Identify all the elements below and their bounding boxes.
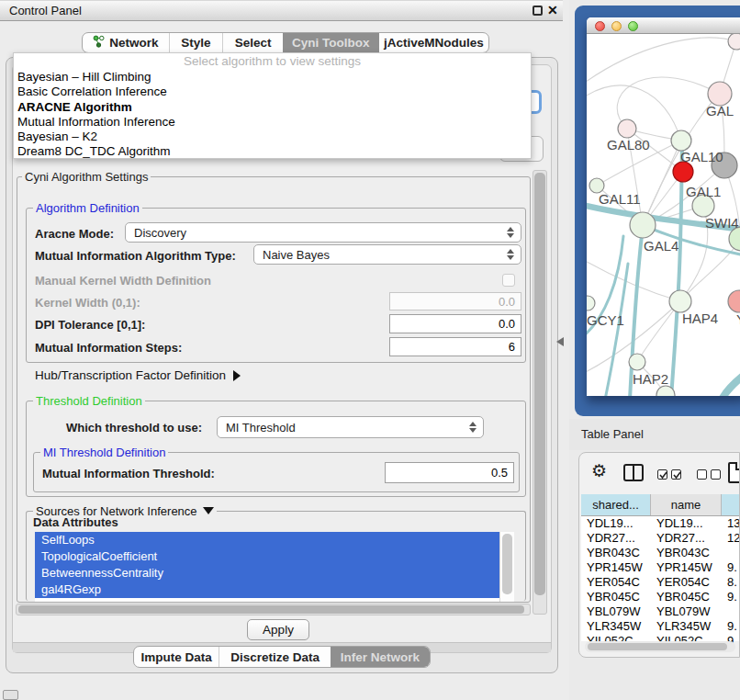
network-node[interactable] <box>629 354 645 370</box>
table-row[interactable]: YLR345WYLR345W9. <box>581 619 740 634</box>
tab-discretize-data[interactable]: Discretize Data <box>219 647 330 667</box>
network-node[interactable] <box>630 212 656 238</box>
sources-title: Sources for Network Inference <box>36 504 197 518</box>
collapse-arrow-icon[interactable] <box>203 507 214 514</box>
network-canvas[interactable]: GALGAL80GAL10GAL1GAL11GAL4SWI4HAP4YGCY1H… <box>587 34 740 396</box>
aracne-mode-value: Discovery <box>134 226 186 240</box>
close-traffic-light-icon[interactable] <box>595 21 605 31</box>
collapsed-panel-icon[interactable] <box>3 690 18 700</box>
sources-toggle[interactable]: Sources for Network Inference <box>33 504 217 518</box>
mi-steps-field[interactable]: 6 <box>389 337 521 356</box>
table-cell: YPR145W <box>581 560 651 575</box>
mi-threshold-field[interactable]: 0.5 <box>385 462 514 483</box>
network-node[interactable] <box>618 119 636 138</box>
column-header-name[interactable]: name <box>651 494 722 515</box>
table-row[interactable]: YBR043CYBR043C <box>581 546 740 560</box>
column-header-shared-name[interactable]: shared... <box>581 494 651 515</box>
checked-checkbox-icon[interactable] <box>671 469 681 480</box>
cyni-algorithm-settings-title: Cyni Algorithm Settings <box>22 170 151 184</box>
table-panel-titlebar[interactable]: Table Panel <box>569 419 740 450</box>
table-horizontal-scrollbar[interactable] <box>585 641 735 652</box>
algorithm-option[interactable]: Mutual Information Inference <box>14 115 531 130</box>
table-cell: YPR145W <box>651 560 722 575</box>
algorithm-definition-title: Algorithm Definition <box>33 201 142 215</box>
close-icon[interactable]: ✕ <box>547 3 558 17</box>
attribute-list-item[interactable]: BetweennessCentrality <box>35 565 499 581</box>
column-split-icon[interactable] <box>623 464 644 481</box>
network-node[interactable] <box>728 34 740 50</box>
tab-discretize-data-label: Discretize Data <box>230 650 320 664</box>
table-row[interactable]: YDR27...YDR27...12 <box>581 531 740 546</box>
checked-checkbox-icon[interactable] <box>657 469 667 480</box>
column-header-third[interactable]: A <box>722 494 740 515</box>
aracne-mode-combo[interactable]: Discovery <box>125 222 521 243</box>
network-node-label: GAL11 <box>599 191 641 207</box>
table-cell: YBR045C <box>581 590 651 604</box>
tab-style-label: Style <box>181 36 210 50</box>
hub-definition-toggle[interactable]: Hub/Transcription Factor Definition <box>35 368 241 382</box>
algorithm-option[interactable]: Bayesian – Hill Climbing <box>14 70 531 85</box>
algorithm-option[interactable]: Bayesian – K2 <box>14 130 531 144</box>
dpi-tolerance-field[interactable]: 0.0 <box>389 314 521 333</box>
tab-jactivemnodules[interactable]: jActiveMNodules <box>379 33 488 52</box>
network-node[interactable] <box>671 130 691 151</box>
combo-stepper-icon <box>469 422 477 433</box>
tab-select-label: Select <box>235 36 272 50</box>
table-row[interactable]: YDL19...YDL19...13 <box>581 516 740 531</box>
tab-select[interactable]: Select <box>222 33 283 52</box>
attributes-scrollbar[interactable] <box>499 532 514 602</box>
gear-icon[interactable]: ⚙ <box>591 460 607 481</box>
algorithm-option[interactable]: Dream8 DC_TDC Algorithm <box>14 144 531 159</box>
tab-infer-network[interactable]: Infer Network <box>331 647 430 667</box>
network-window-titlebar[interactable] <box>587 17 740 34</box>
tab-jactivemnodules-label: jActiveMNodules <box>384 36 484 50</box>
network-node[interactable] <box>673 162 693 182</box>
network-node[interactable] <box>728 290 740 312</box>
network-node-label: HAP4 <box>682 310 718 326</box>
page-icon[interactable] <box>728 462 740 483</box>
attribute-list-item[interactable]: TopologicalCoefficient <box>35 548 499 565</box>
dpi-tolerance-value: 0.0 <box>499 317 515 331</box>
control-panel-titlebar[interactable]: Control Panel ✕ <box>0 0 563 21</box>
tab-impute-data[interactable]: Impute Data <box>134 647 219 667</box>
panel-divider-arrow-icon[interactable] <box>556 337 564 346</box>
table-row[interactable]: YBL079WYBL079W <box>581 604 740 619</box>
tab-style[interactable]: Style <box>169 33 223 52</box>
data-attributes-list: SelfLoopsTopologicalCoefficientBetweenne… <box>35 532 514 602</box>
kernel-width-field[interactable]: 0.0 <box>389 292 521 310</box>
network-view-frame[interactable]: GALGAL80GAL10GAL1GAL11GAL4SWI4HAP4YGCY1H… <box>575 6 740 416</box>
table-row[interactable]: YER054CYER054C8. <box>581 575 740 590</box>
zoom-traffic-light-icon[interactable] <box>628 21 638 31</box>
network-view-window[interactable]: GALGAL80GAL10GAL1GAL11GAL4SWI4HAP4YGCY1H… <box>587 17 740 396</box>
which-threshold-combo[interactable]: MI Threshold <box>217 416 484 438</box>
mi-threshold-label: Mutual Information Threshold: <box>42 467 215 480</box>
aracne-mode-label: Aracne Mode: <box>35 227 114 241</box>
expand-arrow-icon[interactable] <box>233 370 241 381</box>
table-cell <box>722 546 740 560</box>
tab-network[interactable]: Network <box>83 33 169 52</box>
table-row[interactable]: YBR045CYBR045C9. <box>581 590 740 604</box>
unchecked-checkbox-icon[interactable] <box>697 469 707 480</box>
apply-button[interactable]: Apply <box>247 619 309 640</box>
dpi-tolerance-label: DPI Tolerance [0,1]: <box>35 318 145 332</box>
tab-cyni-toolbox[interactable]: Cyni Toolbox <box>283 33 379 52</box>
minimize-traffic-light-icon[interactable] <box>611 21 622 31</box>
attribute-list-item[interactable]: SelfLoops <box>35 532 499 548</box>
settings-horizontal-scrollbar[interactable] <box>16 604 531 615</box>
kernel-width-value: 0.0 <box>499 295 515 309</box>
node-table: shared... name A YDL19...YDL19...13YDR27… <box>581 494 740 641</box>
float-window-icon[interactable] <box>533 6 543 16</box>
mi-type-combo[interactable]: Naive Bayes <box>253 244 521 265</box>
table-row[interactable]: YPR145WYPR145W9. <box>581 560 740 575</box>
apply-button-label: Apply <box>263 623 294 637</box>
algorithm-dropdown-prompt: Select algorithm to view settings <box>14 53 531 70</box>
tab-infer-network-label: Infer Network <box>341 650 420 664</box>
settings-vertical-scrollbar[interactable] <box>533 170 547 615</box>
network-node[interactable] <box>669 290 691 312</box>
manual-kernel-checkbox[interactable] <box>502 274 515 287</box>
algorithm-option[interactable]: ARACNE Algorithm <box>14 100 531 115</box>
attribute-list-item[interactable]: gal4RGexp <box>35 581 499 598</box>
unchecked-checkbox-icon[interactable] <box>711 469 721 480</box>
algorithm-option[interactable]: Basic Correlation Inference <box>14 85 531 99</box>
network-node[interactable] <box>587 296 595 310</box>
